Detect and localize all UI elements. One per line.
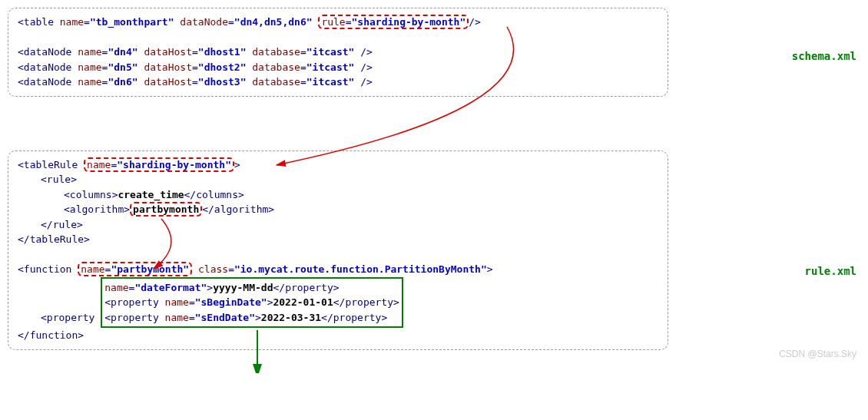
code-line: <property name="dateFormat">yyyy-MM-dd</… [18,277,658,329]
function-name-highlight: name="partbymonth" [78,262,192,276]
code-line: </tableRule> [18,232,658,247]
schema-file-label: schema.xml [792,50,856,62]
code-line: <dataNode name="dn6" dataHost="dhost3" d… [18,74,658,90]
code-line: <algorithm>partbymonth</algorithm> [18,202,658,217]
schema-xml-block: <table name="tb_monthpart" dataNode="dn4… [8,8,668,97]
rule-file-label: rule.xml [805,265,856,277]
code-line: <function name="partbymonth" class="io.m… [18,262,658,277]
code-line: <dataNode name="dn4" dataHost="dhost1" d… [18,45,658,60]
code-line: <tableRule name="sharding-by-month"> [18,157,658,173]
rule-highlight: rule="sharding-by-month" [318,15,469,29]
code-line: </rule> [18,217,658,233]
code-line: <columns>create_time</columns> [18,187,658,203]
algorithm-highlight: partbymonth [130,202,202,217]
code-line: <rule> [18,172,658,187]
watermark: CSDN @Stars.Sky [779,349,856,359]
tablerule-name-highlight: name="sharding-by-month" [84,157,234,172]
property-green-box: name="dateFormat">yyyy-MM-dd</property><… [101,277,403,329]
code-line: </function> [18,328,658,343]
code-line: <dataNode name="dn5" dataHost="dhost2" d… [18,60,658,75]
rule-xml-block: <tableRule name="sharding-by-month"> <ru… [8,150,668,350]
code-line: <table name="tb_monthpart" dataNode="dn4… [18,15,658,30]
